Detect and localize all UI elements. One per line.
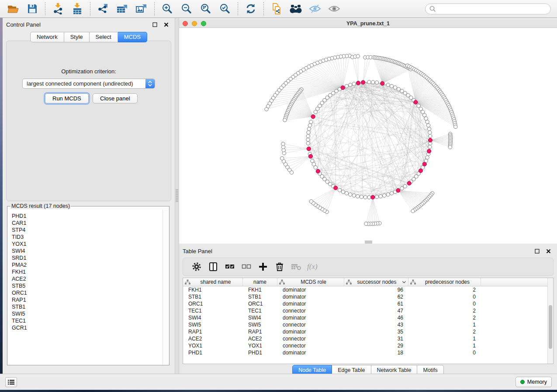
zoom-fit-button[interactable] [198, 1, 213, 16]
zoom-in-button[interactable] [160, 1, 175, 16]
network-graph[interactable] [179, 28, 557, 241]
column-header-name[interactable]: name [243, 278, 277, 286]
run-mcds-button[interactable]: Run MCDS [45, 93, 89, 103]
cell-predecessor-nodes: 2 [408, 307, 481, 314]
mcds-result-item[interactable]: PMA2 [12, 261, 163, 268]
network-window-titlebar[interactable]: YPA_prune.txt_1 [179, 20, 557, 28]
table-row[interactable]: RAP1RAP1dominator352 [183, 328, 548, 335]
mcds-result-item[interactable]: TID3 [12, 234, 163, 241]
delete-column-button[interactable] [272, 259, 287, 274]
import-table-button[interactable] [70, 1, 85, 16]
zoom-selected-button[interactable] [218, 1, 232, 16]
table-row[interactable]: SWI4SWI4dominator462 [183, 314, 548, 321]
table-row[interactable]: YOX1YOX1connector291 [183, 342, 548, 349]
tab-style[interactable]: Style [64, 32, 90, 42]
mcds-result-item[interactable]: CAR1 [12, 220, 163, 227]
close-window-icon[interactable] [183, 21, 188, 26]
mcds-result-item[interactable]: PHD1 [12, 213, 163, 220]
table-row[interactable]: ACE2ACE2connector311 [183, 335, 548, 342]
horizontal-splitter-grip[interactable] [365, 241, 372, 244]
select-all-columns-button[interactable] [222, 259, 237, 274]
mcds-result-scrollbar[interactable] [163, 210, 169, 364]
close-panel-button[interactable] [163, 21, 170, 28]
panel-splitter[interactable] [175, 18, 179, 374]
tab-mcds[interactable]: MCDS [118, 32, 147, 42]
table-row[interactable]: ORC1ORC1dominator610 [183, 300, 548, 307]
open-button[interactable] [6, 1, 21, 16]
tab-network[interactable]: Network [30, 32, 64, 42]
maximize-window-icon[interactable] [201, 21, 206, 26]
scrollbar-thumb[interactable] [549, 305, 552, 349]
search-field[interactable] [425, 3, 551, 14]
mcds-result-item[interactable]: ACE2 [12, 275, 163, 282]
splitter-grip-icon[interactable] [176, 189, 178, 202]
table-panel-titlebar: Table Panel [179, 246, 557, 256]
toolbar-separator [263, 2, 264, 15]
table-row[interactable]: STB1STB1dominator620 [183, 293, 548, 300]
task-history-button[interactable] [5, 377, 17, 387]
table-vertical-scrollbar[interactable] [547, 278, 553, 364]
mcds-result-item[interactable]: SRD1 [12, 254, 163, 261]
cell-successor-nodes: 35 [344, 328, 408, 335]
mcds-result-item[interactable]: STB5 [12, 282, 163, 289]
optimization-criterion-dropdown[interactable]: largest connected component (undirected) [22, 79, 155, 89]
cell-predecessor-nodes: 1 [408, 342, 481, 349]
column-header-shared-name[interactable]: shared name [183, 278, 243, 286]
toggle-column-display-button[interactable] [206, 259, 221, 274]
close-panel-button-secondary[interactable]: Close panel [93, 93, 138, 103]
zoom-out-button[interactable] [179, 1, 194, 16]
mcds-result-item[interactable]: YOX1 [12, 241, 163, 248]
cell-predecessor-nodes: 0 [408, 349, 481, 356]
list-icon [8, 379, 14, 385]
cell-mcds-role: connector [277, 335, 344, 342]
column-type-icon [346, 279, 352, 285]
cell-successor-nodes: 31 [344, 335, 408, 342]
mcds-result-item[interactable]: TEC1 [12, 317, 163, 324]
mcds-result-item[interactable]: SWI4 [12, 248, 163, 254]
table-row[interactable]: PHD1PHD1dominator180 [183, 349, 548, 356]
float-panel-button[interactable] [151, 21, 158, 28]
mcds-result-item[interactable]: STB1 [12, 303, 163, 310]
save-button[interactable] [25, 1, 40, 16]
mcds-result-item[interactable]: RAP1 [12, 296, 163, 303]
mcds-result-item[interactable]: STP4 [12, 227, 163, 234]
find-neighbors-button[interactable] [288, 1, 303, 16]
network-canvas[interactable] [179, 28, 557, 241]
close-table-panel-button[interactable] [545, 248, 552, 254]
cell-successor-nodes: 96 [344, 286, 408, 293]
refresh-layout-button[interactable] [243, 1, 258, 16]
mcds-result-item[interactable]: FKH1 [12, 268, 163, 275]
deselect-all-columns-button[interactable] [239, 259, 254, 274]
hide-selected-button[interactable] [308, 1, 322, 16]
tab-select[interactable]: Select [90, 32, 118, 42]
column-header-successor-nodes[interactable]: successor nodes [344, 278, 408, 286]
copy-network-button[interactable] [269, 1, 284, 16]
table-row[interactable]: FKH1FKH1dominator962 [183, 286, 548, 293]
column-header-mcds-role[interactable]: MCDS role [277, 278, 344, 286]
table-settings-button[interactable] [189, 259, 204, 274]
column-split-icon [209, 262, 218, 271]
delete-table-button[interactable] [289, 259, 304, 274]
cell-shared-name: SWI4 [183, 314, 243, 321]
node-table-grid[interactable]: shared namenameMCDS rolesuccessor nodesp… [183, 278, 548, 364]
function-builder-button[interactable]: f(x) [307, 262, 318, 271]
cell-successor-nodes: 43 [344, 321, 408, 328]
mcds-result-item[interactable]: GCR1 [12, 324, 163, 331]
mcds-result-item[interactable]: SWI5 [12, 310, 163, 317]
float-table-panel-button[interactable] [533, 248, 540, 254]
mcds-result-list[interactable]: PHD1CAR1STP4TID3YOX1SWI4SRD1PMA2FKH1ACE2… [8, 210, 163, 364]
export-image-button[interactable] [134, 1, 149, 16]
memory-button[interactable]: Memory [515, 377, 552, 387]
export-network-button[interactable] [96, 1, 111, 16]
mcds-result-item[interactable]: ORC1 [12, 289, 163, 296]
create-column-button[interactable] [256, 259, 270, 274]
column-header-predecessor-nodes[interactable]: predecessor nodes [408, 278, 481, 286]
table-row[interactable]: TEC1TEC1connector472 [183, 307, 548, 314]
table-row[interactable]: SWI5SWI5connector431 [183, 321, 548, 328]
show-all-button[interactable] [327, 1, 342, 16]
minimize-window-icon[interactable] [192, 21, 197, 26]
export-table-button[interactable] [115, 1, 130, 16]
search-input[interactable] [439, 5, 547, 13]
import-network-button[interactable] [51, 1, 66, 16]
desktop-background-strip [0, 390, 557, 392]
